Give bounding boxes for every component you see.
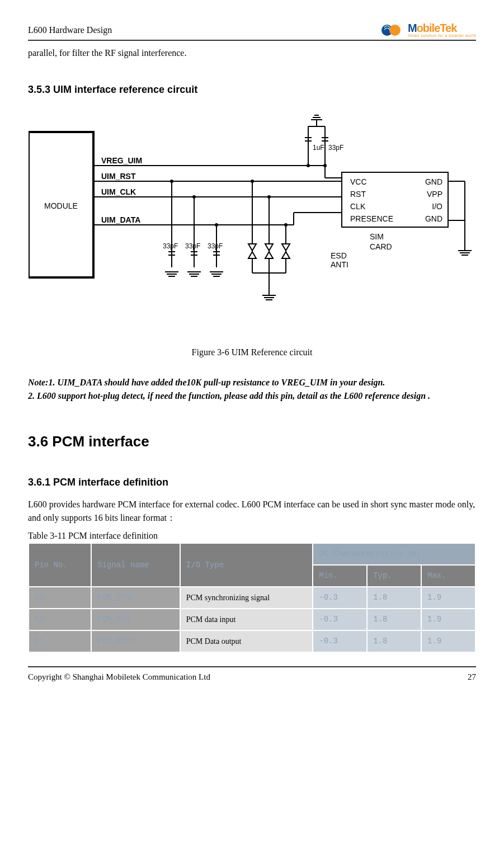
module-label: MODULE (44, 201, 78, 210)
svg-text:UIM_CLK: UIM_CLK (101, 187, 136, 196)
doc-title: L600 Hardware Design (28, 23, 112, 37)
svg-point-57 (251, 180, 254, 183)
svg-text:CLK: CLK (350, 202, 366, 211)
svg-text:UIM_RST: UIM_RST (101, 172, 136, 181)
svg-text:33pF: 33pF (185, 242, 200, 250)
svg-marker-64 (282, 252, 290, 258)
svg-point-65 (284, 223, 288, 227)
top-caps: 1uF 33pF (305, 115, 343, 167)
logo-text-rest: obileTek (417, 22, 457, 34)
esd-anti: ESD ANTI (248, 180, 348, 300)
svg-text:33pF: 33pF (208, 242, 223, 250)
col-typ: Typ. (367, 565, 421, 587)
svg-text:UIM_DATA: UIM_DATA (101, 215, 140, 224)
pcm-intro-text: L600 provides hardware PCM interface for… (28, 498, 476, 525)
col-pin-no: Pin No. (29, 543, 91, 587)
svg-text:VCC: VCC (350, 177, 367, 186)
table-row: 63 PCM_SYNC PCM synchronizing signal -0.… (29, 587, 475, 609)
table-caption: Table 3-11 PCM interface definition (28, 529, 476, 543)
svg-marker-63 (282, 244, 290, 251)
table-row: 61 PCM_DOUT PCM Data output -0.3 1.8 1.9 (29, 630, 475, 652)
footer-page-number: 27 (468, 671, 476, 684)
sim-card: VCC RST CLK PRESENCE GND VPP I/O GND SIM… (325, 172, 472, 255)
signal-lines: VREG_UIM UIM_RST UIM_CLK UIM_DATA (93, 156, 342, 225)
figure-uim-reference: .blk { fill:#fff; stroke:#000; stroke-wi… (28, 105, 476, 359)
svg-marker-60 (265, 252, 273, 258)
svg-marker-59 (265, 244, 273, 251)
svg-point-29 (323, 164, 327, 167)
svg-point-36 (170, 180, 173, 183)
col-max: Max. (421, 565, 475, 587)
svg-text:I/O: I/O (432, 202, 442, 211)
schematic-svg: .blk { fill:#fff; stroke:#000; stroke-wi… (29, 105, 476, 329)
svg-text:GND: GND (425, 177, 442, 186)
figure-caption: Figure 3-6 UIM Reference circuit (28, 346, 476, 359)
svg-text:CARD: CARD (370, 242, 392, 251)
note-block: Note:1. UIM_DATA should have added the10… (28, 376, 476, 403)
svg-text:33pF: 33pF (163, 242, 178, 250)
col-io: I/O Type (180, 543, 313, 587)
svg-marker-55 (248, 244, 256, 251)
svg-text:ESD: ESD (331, 251, 347, 260)
svg-text:VPP: VPP (426, 190, 442, 199)
col-min: Min. (313, 565, 367, 587)
svg-text:RST: RST (350, 190, 366, 199)
logo-text-m: M (408, 22, 417, 34)
svg-text:ANTI: ANTI (331, 260, 348, 269)
svg-text:1uF: 1uF (313, 144, 324, 152)
table-header-row-1: Pin No. Signal name I/O Type DC Characte… (29, 543, 475, 565)
svg-text:PRESENCE: PRESENCE (350, 214, 393, 223)
col-signal: Signal name (91, 543, 180, 587)
svg-text:SIM: SIM (370, 232, 384, 241)
continuation-text: parallel, for filter the RF signal inter… (28, 46, 476, 60)
col-dc: DC Characteristics（V） (313, 543, 475, 565)
svg-point-50 (215, 223, 218, 227)
page-footer: Copyright © Shanghai Mobiletek Communica… (28, 666, 476, 684)
logo-tagline: Smart solution for a smarter world (408, 34, 476, 37)
svg-point-61 (267, 195, 271, 199)
logo: MobileTek Smart solution for a smarter w… (381, 22, 476, 37)
logo-icon (381, 24, 406, 36)
bottom-caps: 33pF 33pF 33pF (163, 180, 223, 276)
page-header: L600 Hardware Design MobileTek Smart sol… (28, 22, 476, 41)
heading-36: 3.6 PCM interface (28, 431, 476, 453)
svg-marker-56 (248, 252, 256, 258)
svg-text:GND: GND (425, 214, 442, 223)
svg-point-43 (192, 195, 196, 199)
svg-text:VREG_UIM: VREG_UIM (101, 156, 142, 165)
pcm-table: Pin No. Signal name I/O Type DC Characte… (28, 543, 476, 653)
svg-text:33pF: 33pF (328, 144, 343, 152)
heading-361: 3.6.1 PCM interface definition (28, 475, 476, 490)
heading-353: 3.5.3 UIM interface reference circuit (28, 82, 476, 97)
footer-copyright: Copyright © Shanghai Mobiletek Communica… (28, 671, 210, 684)
svg-point-28 (307, 164, 310, 167)
table-row: 62 PCM_DIN PCM data input -0.3 1.8 1.9 (29, 609, 475, 630)
svg-point-1 (389, 25, 401, 36)
